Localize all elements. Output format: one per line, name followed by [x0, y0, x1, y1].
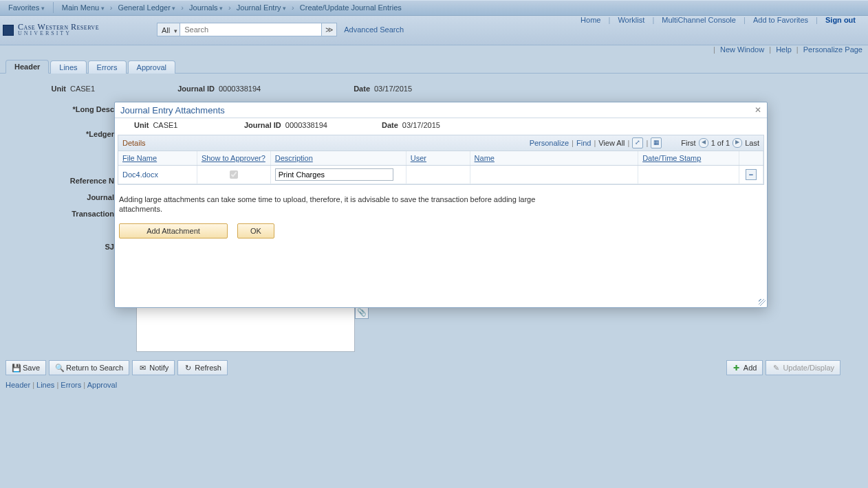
grid-view-icon[interactable]: ▦: [651, 137, 662, 148]
transaction-label: Transaction: [48, 210, 114, 218]
update-icon: ✎: [772, 364, 780, 373]
return-to-search-button[interactable]: 🔍 Return to Search: [49, 360, 129, 375]
footer-links: Header | Lines | Errors | Approval: [0, 378, 849, 392]
refresh-label: Refresh: [195, 364, 221, 372]
nav-last[interactable]: Last: [745, 139, 759, 147]
dialog-resize-handle[interactable]: [759, 299, 766, 306]
view-all-link[interactable]: View All: [598, 139, 625, 147]
attachment-hint-text: Adding large attachments can take some t…: [115, 185, 550, 217]
dlg-unit-label: Unit: [134, 121, 149, 129]
return-label: Return to Search: [66, 364, 123, 372]
journal-entry-attachments-dialog: Journal Entry Attachments ✕ Unit CASE1 J…: [114, 102, 768, 308]
tab-approval[interactable]: Approval: [128, 60, 175, 74]
dlg-journal-id-value: 0000338194: [285, 121, 327, 129]
details-grid: Details Personalize | Find | View All | …: [118, 135, 764, 185]
tab-errors[interactable]: Errors: [88, 60, 127, 74]
update-label: Update/Display: [783, 364, 834, 372]
footer-link-errors[interactable]: Errors: [61, 381, 81, 389]
long-description-label: *Long Desc: [48, 105, 114, 113]
home-link[interactable]: Home: [581, 16, 600, 24]
worklist-link[interactable]: Worklist: [618, 16, 644, 24]
advanced-search-link[interactable]: Advanced Search: [344, 25, 404, 34]
name-cell: [470, 166, 638, 184]
description-input[interactable]: [275, 168, 393, 181]
dlg-date-label: Date: [382, 121, 398, 129]
search-button[interactable]: ≫: [322, 23, 337, 36]
delete-row-button[interactable]: −: [746, 169, 757, 180]
org-logo: Case Western Reserve UNIVERSITY: [3, 20, 128, 41]
tab-lines[interactable]: Lines: [50, 60, 86, 74]
dlg-journal-id-label: Journal ID: [244, 121, 281, 129]
sign-out-link[interactable]: Sign out: [825, 16, 856, 24]
top-right-links: Home | Worklist | MultiChannel Console |…: [575, 16, 861, 24]
nav-next-icon[interactable]: ▶: [733, 138, 742, 148]
personalize-page-link[interactable]: Personalize Page: [803, 45, 862, 54]
nav-first[interactable]: First: [681, 139, 695, 147]
col-name[interactable]: Name: [470, 151, 638, 166]
unit-label: Unit: [48, 85, 66, 93]
col-show-to-approver[interactable]: Show to Approver?: [197, 151, 270, 166]
crumb-create-update[interactable]: Create/Update Journal Entries: [296, 3, 406, 12]
logo-icon: [3, 25, 14, 36]
save-label: Save: [23, 364, 40, 372]
close-icon: ✕: [755, 105, 761, 115]
footer-link-approval[interactable]: Approval: [87, 381, 117, 389]
zoom-icon[interactable]: ⤢: [632, 137, 643, 148]
dialog-titlebar[interactable]: Journal Entry Attachments ✕: [115, 102, 767, 118]
page-utility-links: | New Window | Help | Personalize Page: [0, 45, 868, 58]
dlg-unit-value: CASE1: [153, 121, 177, 129]
crumb-journal-entry[interactable]: Journal Entry: [232, 3, 290, 12]
dialog-button-row: Add Attachment OK: [115, 217, 767, 245]
help-link[interactable]: Help: [776, 45, 792, 54]
search-scope-dropdown[interactable]: All: [157, 23, 180, 36]
date-value: 03/17/2015: [374, 85, 412, 93]
search-area: All ≫ Advanced Search: [157, 23, 404, 36]
add-to-favorites-link[interactable]: Add to Favorites: [753, 16, 808, 24]
journal-label: Journal: [48, 193, 114, 201]
datetime-cell: [638, 166, 739, 184]
refresh-icon: ↻: [184, 364, 192, 373]
date-label: Date: [349, 85, 370, 93]
nav-prev-icon[interactable]: ◀: [699, 138, 708, 148]
personalize-link[interactable]: Personalize: [530, 139, 569, 147]
crumb-journals[interactable]: Journals: [185, 3, 227, 12]
attachment-row: Doc4.docx −: [118, 166, 763, 184]
tab-header[interactable]: Header: [6, 60, 49, 74]
col-datetime-stamp[interactable]: Date/Time Stamp: [638, 151, 739, 166]
main-menu[interactable]: Main Menu: [58, 3, 109, 12]
show-to-approver-checkbox[interactable]: [230, 170, 238, 179]
notify-button[interactable]: ✉ Notify: [132, 360, 175, 375]
add-button[interactable]: ✚ Add: [726, 360, 763, 375]
multichannel-link[interactable]: MultiChannel Console: [662, 16, 736, 24]
header-bar: Case Western Reserve UNIVERSITY All ≫ Ad…: [0, 16, 868, 45]
col-description[interactable]: Description: [270, 151, 406, 166]
favorites-menu[interactable]: Favorites: [4, 3, 49, 12]
save-button[interactable]: 💾 Save: [6, 360, 46, 375]
refresh-button[interactable]: ↻ Refresh: [177, 360, 228, 375]
divider: [53, 2, 54, 13]
sj-label: SJ: [48, 243, 114, 251]
chevron-right-icon: [109, 3, 114, 12]
footer-link-header[interactable]: Header: [6, 381, 30, 389]
col-file-name[interactable]: File Name: [118, 151, 197, 166]
ledger-label: *Ledger: [48, 130, 114, 138]
top-menu-bar: Favorites Main Menu General Ledger Journ…: [0, 0, 868, 16]
update-display-button[interactable]: ✎ Update/Display: [766, 360, 840, 375]
add-attachment-button[interactable]: Add Attachment: [119, 223, 228, 239]
nav-count: 1 of 1: [711, 139, 730, 147]
chevron-right-icon: [227, 3, 232, 12]
grid-header-row: File Name Show to Approver? Description …: [118, 151, 763, 166]
col-user[interactable]: User: [406, 151, 470, 166]
ok-button[interactable]: OK: [237, 223, 274, 239]
footer-link-lines[interactable]: Lines: [36, 381, 54, 389]
find-link[interactable]: Find: [576, 139, 591, 147]
search-input[interactable]: [180, 23, 322, 36]
crumb-general-ledger[interactable]: General Ledger: [113, 3, 180, 12]
file-name-link[interactable]: Doc4.docx: [122, 170, 158, 179]
dlg-date-value: 03/17/2015: [402, 121, 440, 129]
save-icon: 💾: [12, 364, 20, 373]
user-cell: [406, 166, 470, 184]
new-window-link[interactable]: New Window: [720, 45, 764, 54]
dialog-close-button[interactable]: ✕: [755, 105, 761, 115]
dialog-header-fields: Unit CASE1 Journal ID 0000338194 Date 03…: [115, 118, 767, 135]
